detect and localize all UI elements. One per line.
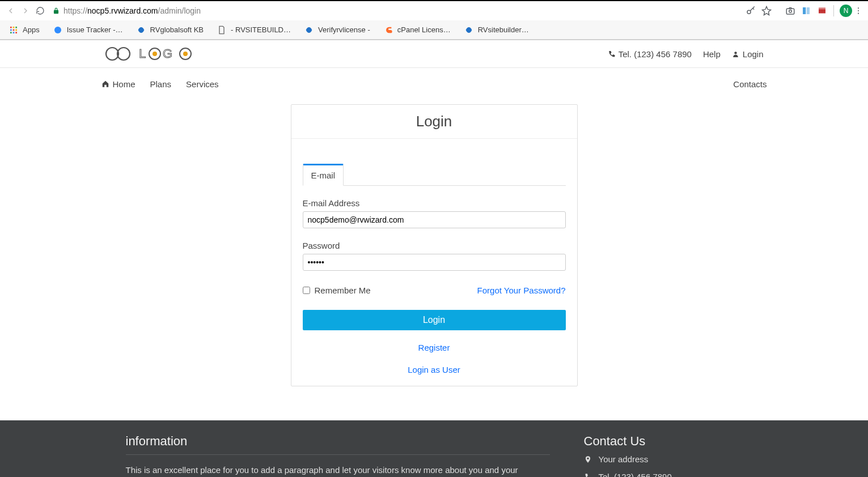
footer-info-text: This is an excellent place for you to ad… [126, 464, 550, 477]
logo-text-icon: L G [139, 46, 201, 61]
forward-button[interactable] [18, 3, 33, 18]
svg-rect-6 [819, 8, 825, 9]
favicon-rv-icon [137, 25, 146, 35]
svg-rect-5 [819, 9, 825, 14]
favicon-rv2-icon [304, 25, 314, 35]
back-button[interactable] [3, 3, 18, 18]
password-input[interactable] [303, 254, 566, 271]
bookmark-issue-tracker[interactable]: Issue Tracker -… [48, 23, 129, 37]
favicon-chat-icon [53, 25, 62, 35]
svg-text:G: G [163, 46, 173, 61]
email-input[interactable] [303, 211, 566, 228]
remember-me-label[interactable]: Remember Me [303, 286, 371, 295]
extension-1-icon[interactable] [798, 3, 814, 19]
login-title: Login [291, 105, 577, 139]
tab-email[interactable]: E-mail [303, 164, 344, 186]
footer-contact-title: Contact Us [584, 434, 743, 449]
login-tabs: E-mail [303, 164, 566, 186]
kebab-menu-icon[interactable] [852, 6, 865, 15]
svg-point-21 [117, 48, 130, 60]
svg-rect-15 [15, 29, 17, 31]
bookmark-rvglobalsoft[interactable]: RVglobalsoft KB [131, 23, 209, 37]
apps-icon [9, 25, 18, 35]
svg-rect-17 [13, 32, 15, 33]
svg-point-8 [858, 10, 859, 11]
svg-point-27 [183, 52, 188, 56]
nav-home[interactable]: Home [101, 79, 136, 89]
apps-bookmark[interactable]: Apps [3, 23, 45, 37]
svg-rect-1 [786, 8, 794, 14]
svg-point-24 [153, 52, 157, 56]
svg-point-20 [106, 48, 118, 60]
email-label: E-mail Address [303, 198, 566, 208]
svg-point-9 [858, 13, 859, 14]
svg-rect-11 [13, 27, 15, 28]
url-text: https://nocp5.rvwizard.com/admin/login [63, 6, 201, 15]
home-icon [101, 80, 109, 88]
star-icon[interactable] [759, 3, 774, 19]
bookmark-rvsitebuild[interactable]: - RVSITEBUILD… [211, 23, 297, 37]
svg-point-2 [789, 10, 792, 13]
camera-icon[interactable] [782, 3, 798, 19]
svg-rect-18 [15, 32, 17, 33]
browser-chrome: https://nocp5.rvwizard.com/admin/login N [0, 0, 868, 40]
svg-rect-16 [10, 32, 12, 33]
lock-icon [52, 7, 60, 15]
svg-rect-13 [10, 29, 12, 31]
nav-plans[interactable]: Plans [150, 79, 172, 89]
register-link[interactable]: Register [303, 343, 566, 352]
key-icon[interactable] [743, 3, 759, 19]
svg-point-19 [54, 27, 61, 33]
profile-avatar[interactable]: N [840, 5, 852, 17]
bookmarks-bar: Apps Issue Tracker -… RVglobalsoft KB - … [0, 20, 868, 40]
extension-2-icon[interactable] [814, 3, 830, 19]
reload-button[interactable] [33, 3, 48, 18]
nav-services[interactable]: Services [186, 79, 219, 89]
svg-point-0 [747, 10, 751, 14]
address-bar[interactable]: https://nocp5.rvwizard.com/admin/login [52, 3, 738, 19]
logo-mark-icon [105, 46, 134, 61]
map-pin-icon [584, 455, 592, 463]
forgot-password-link[interactable]: Forgot Your Password? [477, 286, 566, 295]
svg-rect-14 [13, 29, 15, 31]
site-logo[interactable]: L G [105, 46, 201, 61]
bookmark-cpanel[interactable]: cPanel Licens… [378, 23, 456, 37]
svg-text:L: L [139, 46, 147, 61]
footer-info-title: information [126, 434, 550, 449]
footer-address: Your address [584, 454, 743, 464]
user-icon [732, 50, 739, 58]
header-login-link[interactable]: Login [732, 49, 764, 59]
phone-icon [584, 473, 592, 478]
svg-rect-10 [10, 27, 12, 28]
favicon-rv3-icon [464, 25, 473, 35]
footer-tel: Tel. (123) 456 7890 [584, 472, 743, 477]
favicon-cpanel-icon [384, 25, 393, 35]
svg-point-28 [734, 52, 736, 54]
favicon-file-icon [217, 25, 226, 35]
svg-rect-3 [803, 7, 806, 14]
nav-contacts[interactable]: Contacts [733, 79, 767, 89]
bookmark-verify[interactable]: Verifyrvlicense - [299, 23, 376, 37]
login-as-user-link[interactable]: Login as User [303, 365, 566, 374]
header-tel: Tel. (123) 456 7890 [608, 49, 692, 59]
phone-icon [608, 50, 615, 58]
remember-me-checkbox[interactable] [303, 287, 310, 294]
svg-point-7 [858, 7, 859, 8]
header-help-link[interactable]: Help [703, 49, 721, 59]
site-footer: information This is an excellent place f… [0, 420, 868, 477]
svg-rect-4 [807, 7, 810, 14]
svg-rect-12 [15, 27, 17, 28]
bookmark-rvsitebuilder[interactable]: RVsitebuilder… [459, 23, 535, 37]
login-card: Login E-mail E-mail Address Password Rem… [291, 104, 578, 386]
login-button[interactable]: Login [303, 310, 566, 330]
password-label: Password [303, 241, 566, 250]
browser-toolbar: https://nocp5.rvwizard.com/admin/login N [0, 1, 868, 20]
